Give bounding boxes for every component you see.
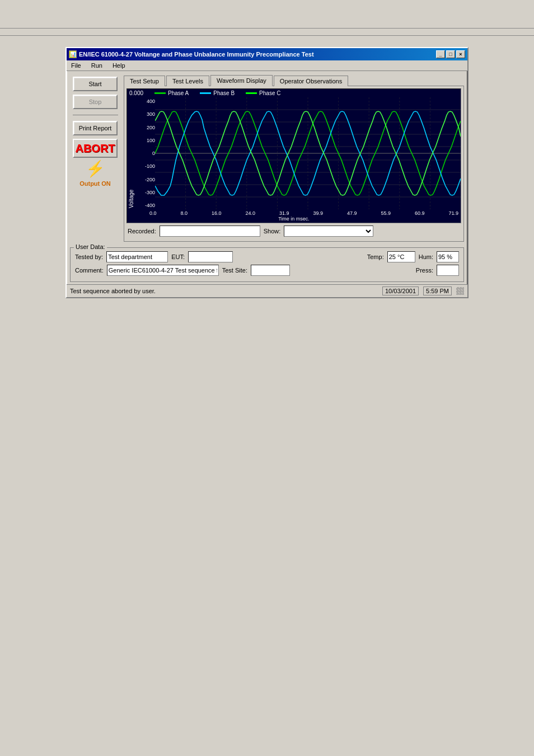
- recorded-input[interactable]: [160, 226, 260, 237]
- recorded-row: Recorded: Show:: [127, 223, 461, 239]
- legend-color-c: [246, 92, 257, 94]
- x-tick-60: 60.9: [415, 210, 425, 216]
- legend-phase-b: Phase B: [200, 90, 235, 96]
- x-axis-area: 0.0 8.0 16.0 24.0 31.9 39.9 47.9 55.9 60…: [127, 209, 461, 223]
- x-tick-8: 8.0: [180, 210, 188, 216]
- show-label: Show:: [264, 228, 281, 234]
- maximize-button[interactable]: □: [446, 50, 455, 58]
- recorded-label: Recorded:: [128, 228, 156, 234]
- legend-phase-c: Phase C: [246, 90, 280, 96]
- right-panel: Test Setup Test Levels Waveform Display …: [124, 74, 464, 242]
- print-report-button[interactable]: Print Report: [73, 121, 118, 135]
- start-button[interactable]: Start: [73, 77, 118, 91]
- chart-container: 0.000 Phase A Phase B Phas: [127, 88, 461, 223]
- user-data-row-1: Tested by: EUT: Temp: Hum:: [75, 251, 459, 262]
- resize-grip[interactable]: [456, 287, 464, 295]
- y-tick-200: 200: [135, 125, 155, 130]
- left-panel: Start Stop Print Report ABORT ⚡ Output O…: [70, 74, 120, 242]
- tab-test-setup[interactable]: Test Setup: [124, 76, 165, 86]
- second-divider: [0, 35, 534, 36]
- user-data-row-2: Comment: Test Site: Press:: [75, 265, 459, 276]
- legend-label-a: Phase A: [168, 90, 189, 96]
- y-tick-n400: -400: [135, 203, 155, 208]
- press-input[interactable]: [437, 265, 459, 276]
- eut-label: EUT:: [171, 253, 185, 260]
- lightning-icon: ⚡: [86, 161, 105, 177]
- y-tick-0: 0: [135, 151, 155, 156]
- status-date: 10/03/2001: [382, 287, 419, 295]
- top-divider: [0, 28, 534, 29]
- y-axis-label: Voltage: [127, 97, 135, 209]
- chart-header: 0.000 Phase A Phase B Phas: [127, 89, 461, 97]
- y-tick-n300: -300: [135, 190, 155, 195]
- y-tick-n200: -200: [135, 177, 155, 182]
- test-site-input[interactable]: [251, 265, 290, 276]
- x-tick-47: 47.9: [347, 210, 357, 216]
- tab-test-levels[interactable]: Test Levels: [166, 76, 209, 86]
- tab-bar: Test Setup Test Levels Waveform Display …: [124, 74, 464, 86]
- comment-input[interactable]: [107, 265, 219, 276]
- legend-label-c: Phase C: [259, 90, 280, 96]
- hum-label: Hum:: [419, 253, 433, 260]
- stop-button[interactable]: Stop: [73, 95, 118, 109]
- legend-label-b: Phase B: [213, 90, 235, 96]
- eut-input[interactable]: [188, 251, 233, 262]
- tab-operator-observations[interactable]: Operator Observations: [274, 76, 348, 86]
- show-select[interactable]: [284, 226, 373, 237]
- x-tick-0: 0.0: [149, 210, 157, 216]
- x-axis-label: Time in msec.: [127, 216, 461, 223]
- status-bar-right: 10/03/2001 5:59 PM: [382, 287, 464, 295]
- tab-content: 0.000 Phase A Phase B Phas: [124, 86, 464, 242]
- menu-file[interactable]: File: [69, 62, 83, 69]
- title-bar-buttons: _ □ ×: [436, 50, 465, 58]
- legend-color-a: [154, 92, 166, 94]
- x-tick-31: 31.9: [279, 210, 289, 216]
- legend-phase-a: Phase A: [154, 90, 189, 96]
- minimize-button[interactable]: _: [436, 50, 445, 58]
- title-bar: 📊 EN/IEC 61000-4-27 Voltange and Phase U…: [67, 48, 467, 60]
- x-tick-16: 16.0: [212, 210, 222, 216]
- x-tick-71: 71.9: [448, 210, 458, 216]
- menu-run[interactable]: Run: [89, 62, 105, 69]
- press-label: Press:: [416, 267, 433, 274]
- y-tick-300: 300: [135, 111, 155, 117]
- x-tick-24: 24.0: [245, 210, 255, 216]
- user-data-section: User Data: Tested by: EUT: Temp: Hum: Co…: [70, 247, 464, 282]
- app-window: 📊 EN/IEC 61000-4-27 Voltange and Phase U…: [65, 47, 469, 298]
- y-tick-100: 100: [135, 138, 155, 143]
- chart-body: Voltage 400 300 200 100 0 -100 -200 -300: [127, 97, 461, 209]
- title-bar-left: 📊 EN/IEC 61000-4-27 Voltange and Phase U…: [69, 50, 314, 58]
- status-time: 5:59 PM: [423, 287, 452, 295]
- y-tick-n100: -100: [135, 163, 155, 169]
- abort-button[interactable]: ABORT: [73, 139, 118, 158]
- legend-color-b: [200, 92, 211, 94]
- output-on-label: Output ON: [79, 180, 111, 187]
- test-site-label: Test Site:: [222, 267, 247, 274]
- menu-help[interactable]: Help: [110, 62, 128, 69]
- tab-waveform-display[interactable]: Waveform Display: [210, 75, 273, 86]
- x-tick-39: 39.9: [313, 210, 323, 216]
- close-button[interactable]: ×: [456, 50, 465, 58]
- hum-input[interactable]: [437, 251, 459, 262]
- menu-bar: File Run Help: [67, 60, 467, 71]
- content-area: Start Stop Print Report ABORT ⚡ Output O…: [67, 71, 467, 245]
- status-bar: Test sequence aborted by user. 10/03/200…: [67, 284, 467, 297]
- app-icon: 📊: [69, 50, 77, 58]
- time-display: 0.000: [129, 90, 143, 96]
- chart-svg: [155, 97, 461, 209]
- app-title: EN/IEC 61000-4-27 Voltange and Phase Unb…: [79, 51, 314, 58]
- separator-1: [73, 115, 118, 115]
- chart-plot: [155, 97, 461, 209]
- temp-input[interactable]: [387, 251, 415, 262]
- x-tick-55: 55.9: [381, 210, 391, 216]
- status-message: Test sequence aborted by user.: [70, 288, 156, 294]
- y-axis-ticks: 400 300 200 100 0 -100 -200 -300 -400: [135, 97, 155, 209]
- tested-by-label: Tested by:: [75, 253, 103, 260]
- temp-label: Temp:: [367, 253, 384, 260]
- y-tick-400: 400: [135, 98, 155, 104]
- comment-label: Comment:: [75, 267, 104, 274]
- user-data-legend: User Data:: [74, 243, 107, 250]
- x-axis-ticks: 0.0 8.0 16.0 24.0 31.9 39.9 47.9 55.9 60…: [127, 209, 461, 216]
- tested-by-input[interactable]: [106, 251, 168, 262]
